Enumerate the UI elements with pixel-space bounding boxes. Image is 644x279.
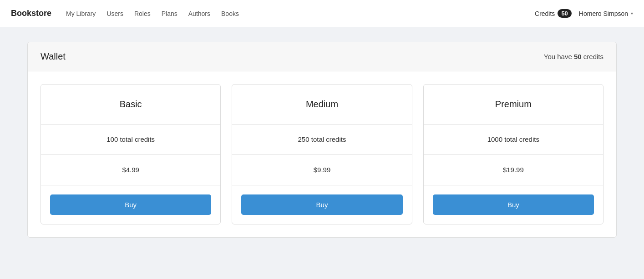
wallet-header: Wallet You have 50 credits bbox=[28, 42, 616, 71]
user-menu[interactable]: Homero Simpson ▾ bbox=[579, 10, 633, 17]
plan-buy-row-basic: Buy bbox=[41, 185, 220, 224]
credits-suffix: credits bbox=[582, 53, 603, 60]
plan-credits-premium: 1000 total credits bbox=[487, 135, 539, 143]
nav-roles[interactable]: Roles bbox=[134, 8, 151, 19]
credits-badge: Credits 50 bbox=[535, 9, 572, 18]
plan-name-row-premium: Premium bbox=[424, 85, 603, 125]
plan-price-row-medium: $9.99 bbox=[232, 155, 411, 185]
buy-button-basic[interactable]: Buy bbox=[50, 194, 211, 215]
credits-count: 50 bbox=[558, 9, 571, 18]
brand: Bookstore bbox=[11, 9, 51, 18]
wallet-card: Wallet You have 50 credits Basic 100 tot… bbox=[27, 42, 617, 238]
credits-label: Credits bbox=[535, 10, 555, 17]
plan-name-basic: Basic bbox=[120, 99, 142, 109]
chevron-down-icon: ▾ bbox=[631, 11, 633, 16]
main-content: Wallet You have 50 credits Basic 100 tot… bbox=[0, 27, 644, 252]
plan-buy-row-medium: Buy bbox=[232, 185, 411, 224]
user-name: Homero Simpson bbox=[579, 10, 628, 17]
buy-button-premium[interactable]: Buy bbox=[433, 194, 594, 215]
plan-price-row-premium: $19.99 bbox=[424, 155, 603, 185]
plan-price-medium: $9.99 bbox=[314, 166, 331, 174]
nav-books[interactable]: Books bbox=[221, 8, 239, 19]
credits-prefix: You have bbox=[544, 53, 574, 60]
plan-credits-basic: 100 total credits bbox=[106, 135, 155, 143]
plans-container: Basic 100 total credits $4.99 Buy Medium bbox=[28, 71, 616, 237]
nav-my-library[interactable]: My Library bbox=[66, 8, 96, 19]
wallet-credits-info: You have 50 credits bbox=[544, 53, 603, 60]
plan-credits-row-medium: 250 total credits bbox=[232, 125, 411, 155]
plan-card-basic: Basic 100 total credits $4.99 Buy bbox=[41, 84, 221, 224]
plan-name-premium: Premium bbox=[495, 99, 532, 109]
plan-name-row-basic: Basic bbox=[41, 85, 220, 125]
nav-authors[interactable]: Authors bbox=[188, 8, 210, 19]
plan-name-medium: Medium bbox=[306, 99, 338, 109]
plan-name-row-medium: Medium bbox=[232, 85, 411, 125]
plan-price-premium: $19.99 bbox=[503, 166, 524, 174]
nav-links: My Library Users Roles Plans Authors Boo… bbox=[66, 8, 535, 19]
plan-credits-row-premium: 1000 total credits bbox=[424, 125, 603, 155]
buy-button-medium[interactable]: Buy bbox=[241, 194, 402, 215]
nav-plans[interactable]: Plans bbox=[162, 8, 177, 19]
plan-card-medium: Medium 250 total credits $9.99 Buy bbox=[232, 84, 412, 224]
plan-credits-medium: 250 total credits bbox=[298, 135, 346, 143]
credits-value: 50 bbox=[574, 53, 582, 60]
plan-credits-row-basic: 100 total credits bbox=[41, 125, 220, 155]
plan-card-premium: Premium 1000 total credits $19.99 Buy bbox=[423, 84, 603, 224]
plan-price-basic: $4.99 bbox=[122, 166, 139, 174]
wallet-title: Wallet bbox=[41, 51, 66, 62]
plan-buy-row-premium: Buy bbox=[424, 185, 603, 224]
plan-price-row-basic: $4.99 bbox=[41, 155, 220, 185]
navbar-right: Credits 50 Homero Simpson ▾ bbox=[535, 9, 633, 18]
nav-users[interactable]: Users bbox=[106, 8, 123, 19]
navbar: Bookstore My Library Users Roles Plans A… bbox=[0, 0, 644, 27]
